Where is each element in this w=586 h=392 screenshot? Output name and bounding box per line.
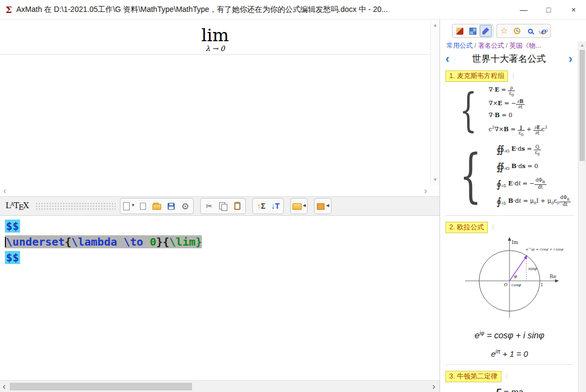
formula-lim: lim xyxy=(0,26,430,44)
toolbar-group: ↑Σ↓T xyxy=(252,198,284,214)
send-formula-button[interactable]: ↑Σ xyxy=(254,200,267,213)
toolbar-group xyxy=(314,198,332,214)
send-formula-glyph: ↑ xyxy=(257,202,261,210)
recent-clock-button[interactable] xyxy=(511,25,523,37)
equation[interactable]: ∇·E = ρε0 xyxy=(488,84,547,98)
formula-limit-sub: λ → 0 xyxy=(0,44,430,53)
app-icon: Σ xyxy=(5,4,12,15)
section-label[interactable]: 2. 欧拉公式 xyxy=(445,222,488,233)
get-formula-button[interactable]: ↓T xyxy=(269,200,282,213)
equation[interactable]: ∇·B = 0 xyxy=(488,110,547,121)
paste-button[interactable] xyxy=(231,200,244,213)
close-button[interactable]: × xyxy=(561,0,586,20)
copy-button[interactable] xyxy=(216,200,230,213)
tab-separator: / xyxy=(504,42,509,49)
next-page-button[interactable]: › xyxy=(569,53,572,65)
formula-library-panel: 常用公式 / 著名公式 / 英国《物... ‹ 世界十大著名公式 › 1. 麦克… xyxy=(440,20,586,392)
window-title: AxMath 在 D:\1-2021.05工作\G 资料\MathType\Ma… xyxy=(16,5,511,15)
symbol-grid-icon xyxy=(469,28,476,35)
latex-source-editor[interactable]: $$\underset{\lambda \to 0}{\lim}$$ xyxy=(0,216,440,380)
equation[interactable]: ∮∂Σ E·dℓ = −dΦBdt xyxy=(496,176,571,194)
prev-page-button[interactable]: ‹ xyxy=(445,53,449,65)
tab-separator: / xyxy=(473,42,478,49)
history-folder-button[interactable] xyxy=(292,200,305,213)
scroll-left-icon[interactable]: ‹ xyxy=(3,185,6,196)
panel-tabs: 常用公式 / 著名公式 / 英国《物... xyxy=(440,41,578,50)
toolbar-group xyxy=(120,198,194,214)
panel-toolbar xyxy=(440,22,578,40)
newton-formula[interactable]: F = ma xyxy=(445,387,574,392)
scroll-up-icon[interactable]: ▲ xyxy=(578,43,586,48)
formula-sections: 1. 麦克斯韦方程组〈 { ∇·E = ρε0∇×E = −∂B∂t∇·B = … xyxy=(440,66,578,392)
tab-3[interactable]: 英国《物... xyxy=(509,42,541,49)
open-file-button[interactable] xyxy=(150,200,163,213)
new-document-button[interactable] xyxy=(136,200,149,213)
label-tail-icon: 〈 xyxy=(508,72,515,80)
tab-2[interactable]: 著名公式 xyxy=(478,42,504,49)
symbol-grid-button[interactable] xyxy=(467,25,479,37)
editor-line[interactable]: \underset{\lambda \to 0}{\lim} xyxy=(5,234,440,250)
brace-icon: { xyxy=(460,90,477,131)
highlighter-button[interactable] xyxy=(480,25,492,37)
recent-clock-icon xyxy=(514,28,520,34)
equation[interactable]: ∮∂Σ B·dℓ = μ0I + μ0ε0dΦEdt xyxy=(496,194,571,211)
editor-horizontal-scrollbar[interactable]: ‹ › xyxy=(0,380,440,392)
hscroll-thumb[interactable] xyxy=(10,383,192,390)
section-maxwell: 1. 麦克斯韦方程组〈 { ∇·E = ρε0∇×E = −∂B∂t∇·B = … xyxy=(445,70,574,211)
get-formula-glyph: T xyxy=(275,202,280,210)
vscroll-thumb[interactable] xyxy=(579,50,585,161)
scroll-left-icon[interactable]: ‹ xyxy=(3,381,5,392)
re-axis-label: Re xyxy=(550,274,556,279)
section-label[interactable]: 1. 麦克斯韦方程组 xyxy=(445,70,508,82)
label-tail-icon: 〈 xyxy=(502,372,508,380)
search-magnifier-button[interactable] xyxy=(524,25,536,37)
cut-button[interactable] xyxy=(202,200,215,213)
panel-icon-group xyxy=(452,24,493,38)
maxwell-integral-form[interactable]: { ∯∂Ω E·ds = Qε0∯∂Ω B·ds = 0∮∂Σ E·dℓ = −… xyxy=(460,142,574,211)
scroll-down-icon[interactable]: ▼ xyxy=(431,177,440,182)
panel-vertical-scrollbar[interactable]: ▲ xyxy=(578,41,586,392)
favorites-star-button[interactable] xyxy=(498,25,510,37)
minimize-button[interactable]: — xyxy=(511,0,536,20)
highlighter-icon xyxy=(482,28,489,35)
insert-template-button[interactable] xyxy=(122,200,135,213)
equation[interactable]: c2∇×B = jε0 + ∂E∂tc2 xyxy=(488,121,547,137)
scroll-right-icon[interactable]: › xyxy=(432,381,435,392)
format-brush-button[interactable] xyxy=(454,25,466,37)
maxwell-differential-form[interactable]: { ∇·E = ρε0∇×E = −∂B∂t∇·B = 0c2∇×B = jε0… xyxy=(460,84,574,137)
euler-identity[interactable]: eiπ + 1 = 0 xyxy=(445,346,574,359)
titlebar: Σ AxMath 在 D:\1-2021.05工作\G 资料\MathType\… xyxy=(0,0,586,20)
settings-button[interactable] xyxy=(179,200,192,213)
latex-logo: LATEX xyxy=(5,201,29,211)
equation[interactable]: ∯∂Ω B·ds = 0 xyxy=(496,159,571,176)
floppy-icon xyxy=(168,203,175,210)
save-button[interactable] xyxy=(164,200,177,213)
equation[interactable]: ∇×E = −∂B∂t xyxy=(488,98,547,110)
search-magnifier-icon xyxy=(528,29,533,34)
panel-icon-group xyxy=(496,24,551,38)
web-globe-button[interactable] xyxy=(537,25,549,37)
brace-icon: { xyxy=(460,150,481,202)
symbol-library-button[interactable] xyxy=(316,200,329,213)
gear-icon xyxy=(182,203,188,209)
page-dropdown-icon xyxy=(123,202,134,210)
tab-1[interactable]: 常用公式 xyxy=(447,42,473,49)
section-label[interactable]: 3. 牛顿第二定律 xyxy=(445,371,501,382)
package-back-icon xyxy=(317,203,329,209)
formula-preview-pane: lim λ → 0 ▲ ▼ ‹ › xyxy=(0,20,440,196)
maximize-button[interactable]: □ xyxy=(536,0,561,20)
editor-line[interactable]: $$ xyxy=(5,219,440,234)
get-formula-glyph: ↓ xyxy=(271,202,275,210)
toolbar-group xyxy=(200,198,246,214)
euler-formula[interactable]: eiφ = cosφ + i sinφ xyxy=(445,328,574,341)
preview-horizontal-scroll[interactable]: ‹ › xyxy=(0,185,430,196)
cos-label: cosφ xyxy=(511,282,521,287)
equation[interactable]: ∯∂Ω E·ds = Qε0 xyxy=(496,142,571,159)
preview-vertical-scrollbar[interactable]: ▲ ▼ xyxy=(430,20,440,185)
scroll-up-icon[interactable]: ▲ xyxy=(431,23,440,28)
euler-unit-circle-diagram[interactable]: Im Re O 1 φ cosφ sinφ e^iφ = cosφ + i·si… xyxy=(445,235,574,323)
scroll-right-icon[interactable]: › xyxy=(424,185,427,196)
toolbar-grip xyxy=(35,202,116,210)
editor-line[interactable]: $$ xyxy=(5,250,440,266)
origin-label: O xyxy=(504,282,508,287)
